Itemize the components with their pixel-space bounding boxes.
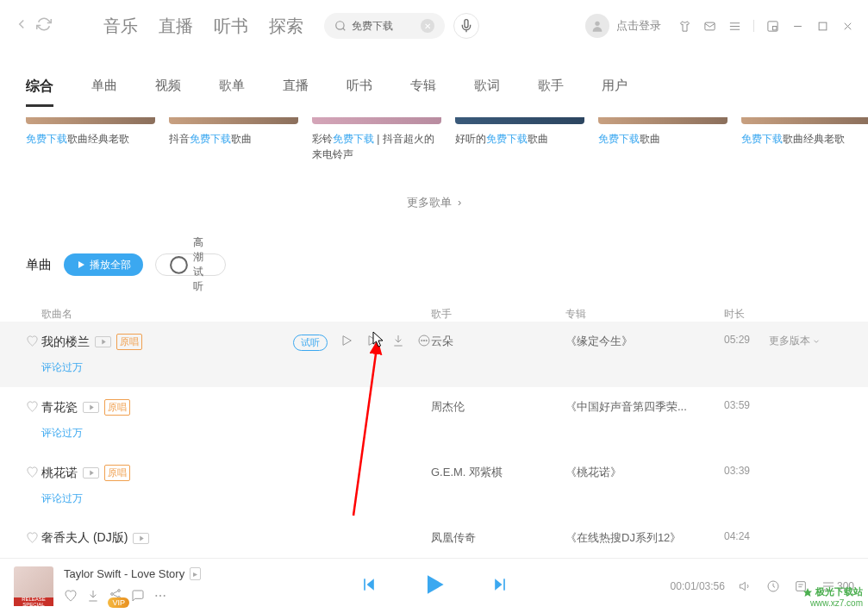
artist-name[interactable]: 周杰伦	[431, 399, 565, 415]
col-song: 歌曲名	[26, 307, 431, 322]
maximize-icon[interactable]	[816, 20, 829, 33]
tab-music[interactable]: 音乐	[103, 15, 138, 38]
subtab-user[interactable]: 用户	[602, 78, 628, 107]
next-button[interactable]	[491, 576, 509, 597]
subtab-lyrics[interactable]: 歌词	[474, 78, 500, 107]
mv-tag[interactable]	[83, 402, 99, 413]
playlist-card[interactable]: 彩铃免费下载 | 抖音超火的来电铃声	[312, 117, 441, 162]
more-icon[interactable]	[153, 589, 167, 603]
artist-name[interactable]: 云朵	[431, 334, 565, 349]
song-row[interactable]: 青花瓷原唱 评论过万 周杰伦 《中国好声音第四季荣... 03:59	[0, 387, 868, 453]
close-icon[interactable]	[841, 20, 854, 33]
playlist-card[interactable]: 免费下载歌曲	[598, 117, 727, 162]
more-icon[interactable]	[417, 334, 431, 351]
volume-icon[interactable]	[739, 579, 752, 593]
svg-rect-42	[503, 579, 505, 590]
playlist-card[interactable]: 好听的免费下载歌曲	[455, 117, 584, 162]
play-icon[interactable]	[340, 334, 353, 351]
svg-marker-41	[495, 579, 502, 590]
original-tag: 原唱	[116, 334, 142, 350]
menu-icon[interactable]	[728, 20, 741, 33]
col-album: 专辑	[565, 307, 724, 322]
svg-point-36	[159, 595, 161, 597]
song-row[interactable]: 我的楼兰原唱 评论过万 试听 云朵 《缘定今生》 05:29 更多版本	[0, 322, 868, 387]
refresh-button[interactable]	[36, 16, 52, 35]
subtab-album[interactable]: 专辑	[410, 78, 436, 107]
tab-explore[interactable]: 探索	[269, 15, 303, 38]
subtab-song[interactable]: 单曲	[91, 78, 117, 107]
album-name[interactable]: 《在线热搜DJ系列12》	[565, 530, 724, 546]
subtab-audiobook[interactable]: 听书	[347, 78, 372, 107]
playlist-card[interactable]: 抖音免费下载歌曲	[169, 117, 298, 162]
more-playlists-link[interactable]: 更多歌单 ›	[0, 195, 868, 210]
tab-audiobook[interactable]: 听书	[214, 15, 248, 38]
favorite-button[interactable]	[26, 466, 41, 482]
tab-live[interactable]: 直播	[159, 15, 193, 38]
mail-icon[interactable]	[703, 20, 716, 33]
original-tag: 原唱	[104, 465, 130, 481]
shirt-icon[interactable]	[678, 20, 691, 33]
svg-point-30	[111, 593, 114, 596]
subtab-live[interactable]: 直播	[283, 78, 309, 107]
svg-point-14	[171, 257, 187, 273]
mv-tag[interactable]	[95, 336, 111, 347]
subtab-playlist[interactable]: 歌单	[219, 78, 245, 107]
section-title: 单曲	[26, 257, 52, 273]
mv-tag[interactable]	[133, 533, 149, 544]
subtab-artist[interactable]: 歌手	[538, 78, 564, 107]
original-tag: 原唱	[104, 399, 130, 416]
album-cover[interactable]: RELEASE SPECIAL	[14, 566, 53, 606]
trial-button[interactable]: 试听	[293, 335, 328, 351]
svg-point-2	[595, 22, 599, 26]
voice-search-button[interactable]	[453, 13, 479, 39]
minimize-icon[interactable]	[791, 20, 804, 33]
song-row[interactable]: 桃花诺原唱 评论过万 G.E.M. 邓紫棋 《桃花诺》 03:39	[0, 453, 868, 518]
song-row[interactable]: 奢香夫人 (DJ版) 凤凰传奇 《在线热搜DJ系列12》 04:24	[0, 518, 868, 560]
avatar[interactable]	[585, 14, 609, 38]
lyrics-icon[interactable]	[794, 579, 808, 593]
player-bar: RELEASE SPECIAL Taylor Swift - Love Stor…	[0, 558, 868, 613]
album-name[interactable]: 《中国好声音第四季荣...	[565, 399, 724, 415]
svg-line-1	[343, 28, 346, 31]
like-icon[interactable]	[64, 589, 78, 603]
search-box[interactable]: 免费下载 ✕	[324, 13, 445, 39]
artist-name[interactable]: 凤凰传奇	[431, 530, 565, 546]
comment-link[interactable]: 评论过万	[41, 360, 431, 375]
subtab-video[interactable]: 视频	[155, 78, 181, 107]
comment-link[interactable]: 评论过万	[41, 426, 431, 441]
playlist-cards: 免费下载歌曲经典老歌 抖音免费下载歌曲 彩铃免费下载 | 抖音超火的来电铃声 好…	[0, 117, 868, 162]
climax-preview-button[interactable]: 高潮试听	[155, 253, 226, 276]
back-button[interactable]	[14, 16, 29, 35]
queue-button[interactable]: 300	[821, 579, 854, 593]
duration: 03:39	[724, 465, 764, 477]
effects-icon[interactable]	[766, 579, 780, 593]
mini-mode-icon[interactable]	[766, 20, 779, 33]
login-link[interactable]: 点击登录	[616, 18, 661, 34]
favorite-button[interactable]	[26, 335, 41, 351]
album-name[interactable]: 《缘定今生》	[565, 334, 724, 349]
comment-icon[interactable]	[131, 589, 145, 603]
album-name[interactable]: 《桃花诺》	[565, 465, 724, 480]
download-icon[interactable]	[86, 589, 100, 603]
svg-point-21	[422, 340, 422, 341]
subtab-all[interactable]: 综合	[26, 78, 53, 107]
mv-tag[interactable]	[83, 467, 99, 479]
prev-button[interactable]	[360, 576, 378, 597]
download-icon[interactable]	[391, 334, 405, 351]
more-versions[interactable]: 更多版本	[769, 334, 821, 348]
time-display: 00:01/03:56	[671, 580, 725, 592]
favorite-button[interactable]	[26, 400, 41, 416]
search-clear-button[interactable]: ✕	[421, 19, 434, 33]
search-input[interactable]: 免费下载	[352, 19, 421, 34]
song-name: 奢香夫人 (DJ版)	[41, 530, 128, 546]
mv-tag[interactable]: ▸	[190, 567, 201, 580]
artist-name[interactable]: G.E.M. 邓紫棋	[431, 465, 565, 480]
playlist-card[interactable]: 免费下载歌曲经典老歌	[741, 117, 868, 162]
playlist-card[interactable]: 免费下载歌曲经典老歌	[26, 117, 155, 162]
add-icon[interactable]	[365, 334, 379, 351]
play-button[interactable]	[421, 571, 448, 602]
comment-link[interactable]: 评论过万	[41, 491, 431, 506]
play-all-button[interactable]: 播放全部	[64, 253, 143, 276]
svg-point-31	[118, 590, 121, 592]
favorite-button[interactable]	[26, 531, 41, 547]
